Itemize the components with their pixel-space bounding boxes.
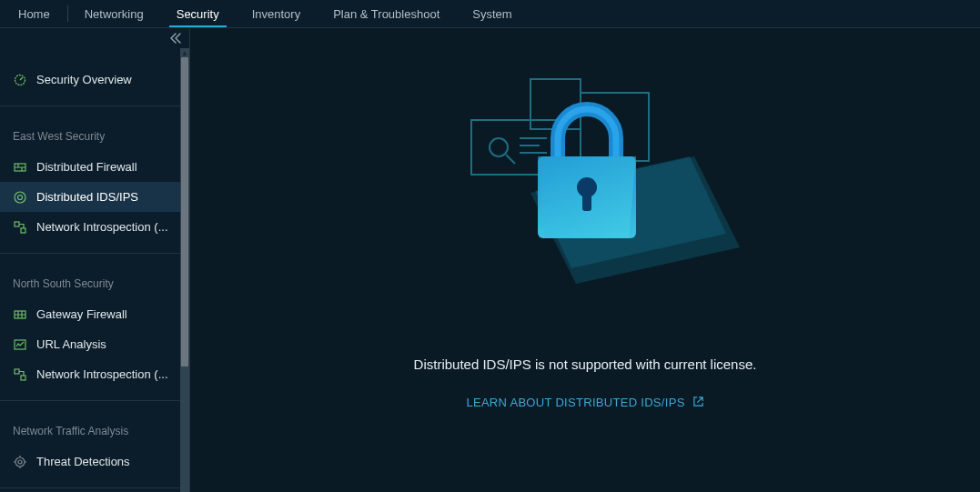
svg-point-18: [490, 138, 508, 156]
scrollbar-up-arrow-icon[interactable]: ▲: [180, 48, 189, 57]
sidebar-item-security-overview[interactable]: Security Overview: [0, 65, 180, 95]
sidebar-item-gateway-firewall[interactable]: Gateway Firewall: [0, 299, 180, 329]
external-link-icon: [692, 396, 704, 410]
sidebar-item-label: Distributed Firewall: [36, 160, 137, 174]
network-introspection-icon: [13, 367, 27, 382]
sidebar-section-traffic-analysis: Network Traffic Analysis: [0, 417, 180, 447]
main-content: Distributed IDS/IPS is not supported wit…: [190, 28, 980, 492]
sidebar-item-distributed-ids-ips[interactable]: Distributed IDS/IPS: [0, 182, 180, 212]
svg-line-19: [506, 155, 515, 164]
firewall-icon: [13, 160, 27, 175]
sidebar-item-label: Network Introspection (...: [36, 367, 168, 381]
sidebar-item-label: Distributed IDS/IPS: [36, 190, 138, 204]
svg-rect-8: [15, 369, 19, 374]
sidebar-scrollbar-track[interactable]: ▲: [180, 48, 189, 492]
tab-networking[interactable]: Networking: [68, 0, 160, 27]
tab-label: System: [472, 7, 511, 21]
tab-security[interactable]: Security: [160, 0, 236, 27]
sidebar-item-network-introspection-ns[interactable]: Network Introspection (...: [0, 359, 180, 389]
tab-label: Home: [18, 7, 50, 21]
svg-rect-4: [15, 222, 19, 226]
svg-rect-7: [15, 340, 25, 349]
link-label: LEARN ABOUT DISTRIBUTED IDS/IPS: [466, 396, 684, 409]
sidebar-item-distributed-firewall[interactable]: Distributed Firewall: [0, 152, 180, 182]
svg-rect-9: [21, 376, 25, 380]
sidebar-scrollbar-thumb[interactable]: [181, 57, 188, 366]
sidebar-item-threat-detections[interactable]: Threat Detections: [0, 447, 180, 477]
tab-label: Plan & Troubleshoot: [333, 7, 439, 21]
tab-system[interactable]: System: [456, 0, 528, 27]
sidebar-item-label: Gateway Firewall: [36, 307, 127, 321]
sidebar-item-label: Threat Detections: [36, 455, 130, 468]
sidebar-item-url-analysis[interactable]: URL Analysis: [0, 329, 180, 359]
sidebar-item-label: Network Introspection (...: [36, 220, 168, 234]
ids-ips-icon: [13, 190, 27, 205]
network-introspection-icon: [13, 220, 27, 235]
sidebar-item-label: URL Analysis: [36, 337, 106, 351]
tab-label: Security: [177, 7, 219, 21]
unsupported-message: Distributed IDS/IPS is not supported wit…: [414, 356, 757, 372]
svg-point-3: [18, 195, 23, 199]
svg-rect-26: [582, 191, 591, 211]
svg-point-10: [15, 457, 25, 467]
url-analysis-icon: [13, 337, 27, 352]
tab-home[interactable]: Home: [0, 0, 68, 27]
svg-point-11: [18, 460, 22, 464]
top-nav: Home Networking Security Inventory Plan …: [0, 0, 980, 28]
svg-point-2: [15, 192, 25, 203]
tab-plan-troubleshoot[interactable]: Plan & Troubleshoot: [317, 0, 456, 27]
tab-label: Networking: [85, 7, 144, 21]
gauge-icon: [13, 73, 27, 87]
svg-rect-5: [21, 228, 25, 233]
sidebar-section-north-south: North South Security: [0, 270, 180, 299]
sidebar-item-label: Security Overview: [36, 73, 132, 86]
lock-illustration: [458, 65, 712, 266]
tab-label: Inventory: [252, 7, 300, 21]
tab-inventory[interactable]: Inventory: [236, 0, 317, 27]
sidebar-section-east-west: East West Security: [0, 123, 180, 152]
threat-icon: [13, 455, 27, 469]
learn-more-link[interactable]: LEARN ABOUT DISTRIBUTED IDS/IPS: [466, 396, 703, 410]
sidebar: ▲ Security Overview East West Security D: [0, 28, 190, 492]
collapse-sidebar-icon[interactable]: [169, 33, 182, 44]
sidebar-item-network-introspection-ew[interactable]: Network Introspection (...: [0, 212, 180, 242]
gateway-firewall-icon: [13, 307, 27, 322]
